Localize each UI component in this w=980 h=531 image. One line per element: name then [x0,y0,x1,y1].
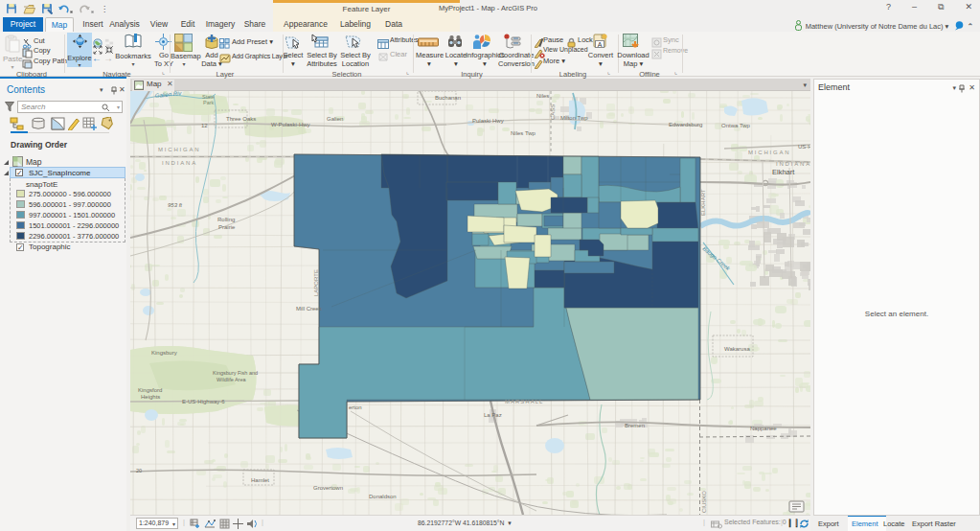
svg-text:Prairie: Prairie [218,224,236,230]
svg-text:LAPORTE: LAPORTE [313,269,319,296]
svg-text:Park: Park [203,100,215,105]
svg-text:MICHIGAN: MICHIGAN [748,150,790,155]
svg-text:Nappanee: Nappanee [750,426,777,431]
svg-text:953 ft: 953 ft [168,202,182,208]
svg-text:Buchanan: Buchanan [435,95,461,101]
svg-text:Pulaski Hwy: Pulaski Hwy [472,118,504,124]
svg-text:Donaldson: Donaldson [369,494,397,499]
svg-text:INDIANA: INDIANA [162,160,197,166]
svg-text:MARSHALL: MARSHALL [505,399,543,404]
svg-text:Hamlet: Hamlet [251,477,269,483]
svg-text:W-Pulaski-Hwy: W-Pulaski-Hwy [271,122,310,127]
svg-text:20: 20 [136,468,142,473]
svg-text:erton: erton [349,404,362,410]
svg-text:Kingsbury Fish and: Kingsbury Fish and [213,370,258,376]
svg-text:CASS: CASS [550,104,556,120]
svg-text:Kingsbury: Kingsbury [151,350,177,356]
svg-text:Bremen: Bremen [625,423,645,428]
svg-text:CIUSKO: CIUSKO [701,491,707,513]
svg-text:Milton Twp: Milton Twp [560,115,588,121]
svg-text:Mill Creek: Mill Creek [296,306,323,312]
svg-text:Grovertown: Grovertown [313,485,343,491]
svg-text:Rolling: Rolling [217,217,235,222]
svg-text:Ontwa Twp: Ontwa Twp [721,123,751,128]
svg-text:MICHIGAN: MICHIGAN [158,147,200,152]
svg-text:Wakarusa: Wakarusa [724,346,750,352]
svg-text:La Paz: La Paz [484,412,502,418]
svg-text:Heights: Heights [141,394,160,400]
svg-text:Wildlife Area: Wildlife Area [217,377,247,382]
svg-text:Three Oaks: Three Oaks [226,116,256,122]
svg-text:INDIANA: INDIANA [776,161,810,167]
svg-text:Niles: Niles [536,93,549,99]
svg-text:ELKHART: ELKHART [700,189,706,216]
svg-text:E-US-Highway-6: E-US-Highway-6 [182,399,225,404]
svg-text:Elkhart: Elkhart [772,168,795,176]
svg-text:Kingsford: Kingsford [138,387,162,393]
svg-text:Edwardsburg: Edwardsburg [669,122,702,127]
svg-text:12: 12 [201,123,208,128]
svg-text:US-H: US-H [798,144,810,150]
svg-text:Galien: Galien [327,116,343,122]
svg-text:Niles Twp: Niles Twp [511,130,536,136]
